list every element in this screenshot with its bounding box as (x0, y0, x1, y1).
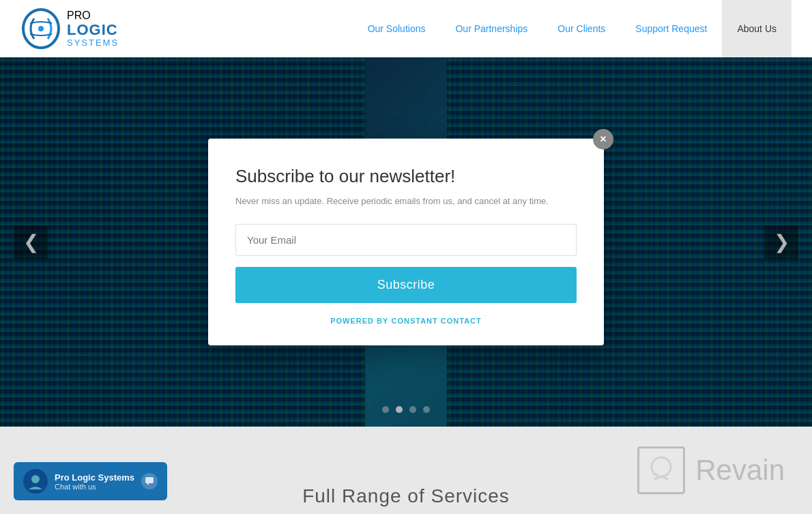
revain-text: Revain (695, 454, 785, 487)
nav-solutions[interactable]: Our Solutions (353, 0, 441, 57)
chat-action-label: Chat with us (55, 483, 134, 491)
header: PRO LOGIC SYSTEMS Our Solutions Our Part… (0, 0, 812, 57)
modal-title: Subscribe to our newsletter! (235, 166, 577, 187)
chat-bubble-icon (141, 473, 158, 489)
revain-svg (644, 453, 678, 487)
svg-line-3 (654, 476, 661, 479)
logo-brand: LOGIC (67, 22, 119, 38)
logo[interactable]: PRO LOGIC SYSTEMS (20, 8, 119, 49)
chat-avatar (23, 469, 48, 494)
nav-support[interactable]: Support Request (620, 0, 722, 57)
bubble-svg (145, 476, 154, 486)
modal-subtitle: Never miss an update. Receive periodic e… (235, 195, 577, 208)
newsletter-modal: × Subscribe to our newsletter! Never mis… (208, 139, 604, 345)
chat-widget[interactable]: Pro Logic Systems Chat with us (14, 462, 167, 500)
modal-overlay[interactable]: × Subscribe to our newsletter! Never mis… (0, 57, 812, 427)
svg-line-4 (661, 476, 668, 479)
svg-marker-7 (147, 483, 149, 485)
hero-section: We Can Manage Your IT Infrastructure Any… (0, 57, 812, 427)
logo-icon (20, 8, 61, 49)
svg-point-1 (38, 26, 44, 31)
bottom-heading: Full Range of Services (302, 485, 510, 507)
modal-close-button[interactable]: × (593, 129, 613, 149)
chat-info: Pro Logic Systems Chat with us (55, 472, 134, 491)
footer-prefix: POWERED BY (330, 317, 388, 325)
logo-sub: SYSTEMS (67, 38, 119, 48)
nav-clients[interactable]: Our Clients (542, 0, 620, 57)
main-nav: Our Solutions Our Partnerships Our Clien… (353, 0, 792, 57)
revain-logo: Revain (637, 446, 785, 494)
logo-pre: PRO (67, 10, 119, 22)
email-input[interactable] (235, 224, 577, 256)
modal-footer: POWERED BY CONSTANT CONTACT (235, 317, 577, 325)
footer-brand: CONSTANT CONTACT (391, 317, 481, 325)
chat-avatar-icon (26, 472, 45, 491)
subscribe-button[interactable]: Subscribe (235, 267, 577, 303)
svg-rect-6 (145, 477, 154, 483)
svg-point-2 (652, 457, 671, 476)
revain-icon (637, 446, 685, 494)
logo-text: PRO LOGIC SYSTEMS (67, 10, 119, 48)
svg-point-5 (31, 475, 40, 483)
nav-about[interactable]: About Us (722, 0, 792, 57)
chat-company-name: Pro Logic Systems (55, 472, 134, 483)
nav-partnerships[interactable]: Our Partnerships (440, 0, 542, 57)
